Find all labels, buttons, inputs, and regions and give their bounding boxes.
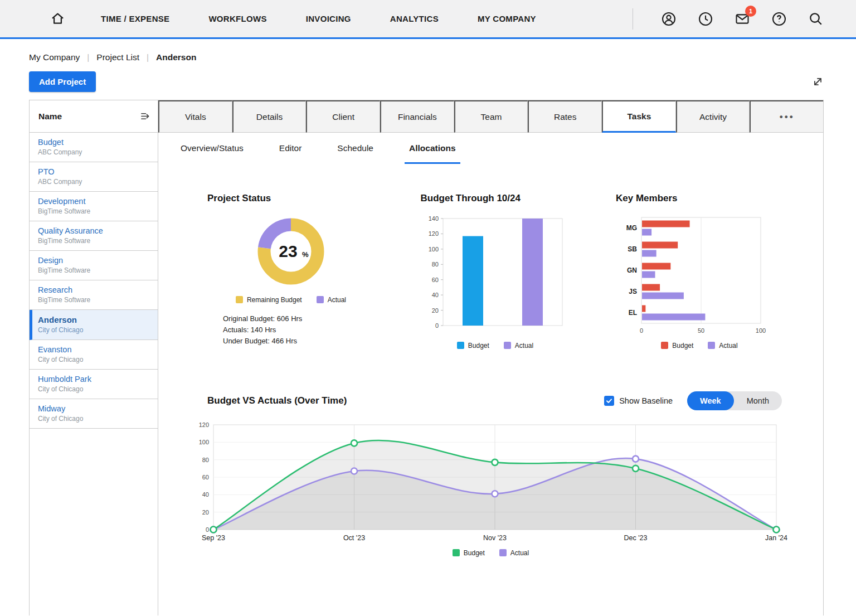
legend-label: Budget [464, 549, 485, 557]
tab-activity[interactable]: Activity [676, 100, 750, 133]
client-name: BigTime Software [38, 266, 152, 274]
client-name: City of Chicago [38, 356, 152, 363]
project-status-donut-wrap: 23% [207, 212, 374, 295]
sidebar-item-quality-assurance[interactable]: Quality AssuranceBigTime Software [30, 221, 158, 251]
project-name: Quality Assurance [38, 226, 152, 235]
svg-text:%: % [302, 250, 309, 259]
svg-text:140: 140 [428, 215, 438, 222]
budget-bar-chart-wrap: 020406080100120140 [421, 212, 570, 341]
nav-divider [633, 8, 633, 30]
legend-swatch [236, 296, 243, 303]
sidebar-header: Name [30, 100, 158, 133]
sidebar-item-pto[interactable]: PTOABC Company [30, 162, 158, 192]
tab-details[interactable]: Details [232, 100, 307, 133]
svg-text:Sep '23: Sep '23 [201, 534, 225, 542]
sidebar-item-midway[interactable]: MidwayCity of Chicago [30, 399, 158, 429]
svg-text:60: 60 [202, 474, 208, 481]
sidebar-item-budget[interactable]: BudgetABC Company [30, 133, 158, 162]
svg-text:100: 100 [198, 439, 208, 445]
budget-bar-legend: BudgetActual [421, 341, 570, 351]
tab-team[interactable]: Team [454, 100, 528, 133]
tab-rates[interactable]: Rates [528, 100, 602, 133]
subtab-schedule[interactable]: Schedule [337, 133, 373, 164]
subtab-editor[interactable]: Editor [279, 133, 302, 164]
legend-swatch [504, 342, 511, 349]
svg-text:23: 23 [279, 242, 297, 260]
search-icon [808, 11, 824, 27]
legend-item-actual: Actual [708, 342, 737, 350]
baseline-checkbox[interactable] [604, 396, 614, 406]
home-button[interactable] [50, 11, 65, 26]
legend-label: Budget [468, 342, 489, 350]
sidebar-item-evanston[interactable]: EvanstonCity of Chicago [30, 340, 158, 370]
svg-text:20: 20 [202, 509, 208, 516]
project-content: VitalsDetailsClientFinancialsTeamRatesTa… [158, 100, 823, 615]
expand-view-button[interactable] [812, 76, 824, 88]
sidebar-item-design[interactable]: DesignBigTime Software [30, 251, 158, 280]
search-button[interactable] [808, 11, 824, 27]
messages-button[interactable]: 1 [735, 11, 750, 27]
week-toggle-button[interactable]: Week [687, 391, 734, 410]
sidebar-item-research[interactable]: ResearchBigTime Software [30, 280, 158, 310]
month-toggle-button[interactable]: Month [734, 391, 782, 410]
user-icon [661, 11, 677, 27]
legend-item-actual: Actual [504, 342, 533, 350]
subtab-allocations[interactable]: Allocations [409, 133, 456, 164]
nav-item-workflows[interactable]: WORKFLOWS [208, 14, 266, 23]
tab-client[interactable]: Client [306, 100, 380, 133]
budget-vs-actuals-line-chart: 020406080100120Sep '23Oct '23Nov '23Dec … [190, 419, 792, 546]
svg-text:100: 100 [428, 246, 438, 253]
nav-item-time-expense[interactable]: TIME / EXPENSE [101, 14, 169, 23]
project-name: Anderson [38, 315, 152, 324]
legend-item-remaining-budget: Remaining Budget [236, 296, 302, 304]
sidebar-item-anderson[interactable]: AndersonCity of Chicago [30, 310, 158, 340]
legend-label: Budget [672, 342, 693, 350]
legend-swatch [499, 549, 507, 556]
svg-text:Jan '24: Jan '24 [765, 534, 787, 542]
chart-title-budget-vs-actuals: Budget VS Actuals (Over Time) [207, 395, 347, 406]
project-panel: Name BudgetABC CompanyPTOABC CompanyDeve… [29, 100, 824, 615]
time-button[interactable] [698, 11, 713, 27]
main-nav: TIME / EXPENSEWORKFLOWSINVOICINGANALYTIC… [101, 14, 536, 23]
collapse-panel-icon [140, 111, 150, 122]
svg-text:120: 120 [198, 421, 208, 428]
svg-text:EL: EL [629, 309, 637, 317]
svg-text:40: 40 [431, 292, 438, 298]
svg-text:GN: GN [627, 266, 637, 274]
help-button[interactable] [771, 11, 787, 27]
account-button[interactable] [661, 11, 677, 27]
key-members-chart: 050100MGSBGNJSEL [616, 212, 767, 339]
legend-swatch [453, 549, 460, 556]
tab-vitals[interactable]: Vitals [158, 100, 232, 133]
sidebar-item-humboldt-park[interactable]: Humboldt ParkCity of Chicago [30, 370, 158, 399]
tab-tasks[interactable]: Tasks [602, 100, 676, 133]
project-name: Humboldt Park [38, 375, 152, 384]
svg-text:50: 50 [698, 327, 704, 334]
legend-item-budget: Budget [453, 549, 485, 557]
tab-financials[interactable]: Financials [380, 100, 454, 133]
show-baseline-toggle[interactable]: Show Baseline [604, 396, 673, 406]
project-list-sidebar: Name BudgetABC CompanyPTOABC CompanyDeve… [30, 100, 158, 615]
svg-text:Oct '23: Oct '23 [343, 534, 364, 542]
svg-text:0: 0 [205, 526, 208, 533]
budget-note: Actuals: 140 Hrs [223, 324, 374, 336]
nav-item-invoicing[interactable]: INVOICING [306, 14, 351, 23]
subtab-overview-status[interactable]: Overview/Status [181, 133, 244, 164]
check-icon [606, 397, 612, 404]
nav-item-analytics[interactable]: ANALYTICS [390, 14, 439, 23]
project-tabs: VitalsDetailsClientFinancialsTeamRatesTa… [158, 100, 823, 133]
unread-badge: 1 [745, 6, 756, 17]
project-name: PTO [38, 167, 152, 176]
budget-note: Under Budget: 466 Hrs [223, 336, 374, 347]
breadcrumb-item-my-company[interactable]: My Company [29, 52, 80, 62]
breadcrumb-item-project-list[interactable]: Project List [96, 52, 139, 62]
add-project-button[interactable]: Add Project [29, 71, 96, 92]
project-list: BudgetABC CompanyPTOABC CompanyDevelopme… [30, 133, 158, 429]
project-name: Midway [38, 404, 152, 413]
project-name: Research [38, 285, 152, 294]
budget-note: Original Budget: 606 Hrs [223, 313, 374, 324]
nav-item-my-company[interactable]: MY COMPANY [478, 14, 536, 23]
tab-more[interactable]: ••• [750, 100, 823, 133]
collapse-sidebar-button[interactable] [140, 111, 150, 122]
sidebar-item-development[interactable]: DevelopmentBigTime Software [30, 192, 158, 221]
